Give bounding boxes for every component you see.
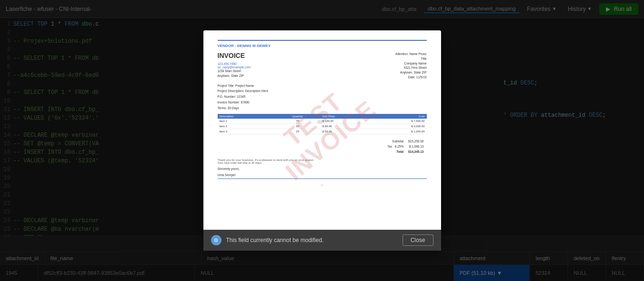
invoice-row-2: Item 2 50 $ 80.00 $ 4,000.00	[218, 124, 427, 129]
invoice-row-3: Item 3 25 $ 50.00 $ 1,250.00	[218, 129, 427, 134]
invoice-vendor: VENDOR : DENNIS M DEWEY	[218, 44, 427, 48]
close-button[interactable]: Close	[403, 234, 433, 246]
invoice-number: Invoice Number: 67890	[218, 100, 427, 105]
total-label: Total	[385, 150, 405, 154]
invoice-header-line	[218, 40, 427, 41]
tax-label: Tax 8.25%	[385, 144, 405, 149]
invoice-right-info: Attention: Name Pruez Title Company Name…	[395, 52, 426, 80]
row3-cost: $ 1,250.00	[372, 129, 426, 134]
invoice-row-1: Item 1 75 $ 100.00 $ 7,500.00	[218, 119, 427, 124]
invoice-email: no_reply@example.com	[218, 66, 251, 69]
row3-qty: 25	[275, 129, 320, 134]
row2-cost: $ 4,000.00	[372, 124, 426, 129]
row1-cost: $ 7,500.00	[372, 119, 426, 124]
modal-document: TESTINVOICE VENDOR : DENNIS M DEWEY INVO…	[203, 30, 441, 230]
invoice-title: INVOICE	[218, 52, 251, 59]
invoice-table: Description Quantity Unit Price Cost Ite…	[218, 114, 427, 134]
subtotal-value: $15,250.00	[406, 139, 426, 143]
invoice-left-info: INVOICE 123-456-7890 no_reply@example.co…	[218, 52, 251, 80]
modal-footer-left: ⚙ This field currently cannot be modifie…	[211, 235, 324, 245]
row3-price: $ 50.00	[320, 129, 372, 134]
invoice-signature: Uma Semper	[218, 173, 427, 177]
invoice-project-title: Project Title: Project Name	[218, 84, 427, 88]
invoice-address: 1234 Main Street	[218, 69, 251, 74]
invoice-modal: TESTINVOICE VENDOR : DENNIS M DEWEY INVO…	[203, 30, 441, 251]
row3-desc: Item 3	[218, 129, 275, 134]
invoice-phone: 123-456-7890	[218, 62, 251, 66]
invoice-totals: Subtotal $15,250.00 Tax 8.25% $ 1,080.13…	[218, 138, 427, 155]
invoice-attn-title: Title	[395, 56, 426, 61]
invoice-project-desc: Project Description: Description Here	[218, 89, 427, 94]
invoice-terms: Terms: 30 Days	[218, 106, 427, 111]
invoice-attn-city: Anytown, State ZIP	[395, 70, 426, 75]
invoice-closing: Sincerely yours,	[218, 167, 427, 170]
row2-qty: 50	[275, 124, 320, 129]
invoice-po: P.O. Number: 12345	[218, 94, 427, 99]
modal-message: This field currently cannot be modified.	[226, 237, 324, 244]
total-value: $14,345.13	[406, 150, 426, 154]
col-description: Description	[218, 114, 275, 119]
row1-qty: 75	[275, 119, 320, 124]
col-quantity: Quantity	[275, 114, 320, 119]
row1-desc: Item 1	[218, 119, 275, 124]
settings-icon[interactable]: ⚙	[211, 235, 221, 245]
col-unit-price: Unit Price	[320, 114, 372, 119]
col-cost: Cost	[372, 114, 426, 119]
invoice-footer-text: Thank you for your business. It's a plea…	[218, 159, 427, 164]
invoice-attn-addr: 4321 First Street	[395, 66, 426, 70]
invoice-city-state: Anytown, State ZIP	[218, 74, 251, 78]
invoice-page-num: 1	[218, 184, 427, 187]
modal-overlay: TESTINVOICE VENDOR : DENNIS M DEWEY INVO…	[0, 0, 644, 281]
subtotal-label: Subtotal	[385, 139, 405, 143]
tax-value: $ 1,080.13	[406, 144, 426, 149]
row1-price: $ 100.00	[320, 119, 372, 124]
invoice-date: Date: 11/5/19	[395, 75, 426, 80]
invoice-bottom-line	[218, 178, 427, 179]
row2-desc: Item 2	[218, 124, 275, 129]
row2-price: $ 80.00	[320, 124, 372, 129]
invoice-attn: Attention: Name Pruez	[395, 52, 426, 56]
invoice-header-cols: INVOICE 123-456-7890 no_reply@example.co…	[218, 52, 427, 80]
modal-footer: ⚙ This field currently cannot be modifie…	[203, 230, 441, 251]
invoice-company: Company Name	[395, 61, 426, 66]
